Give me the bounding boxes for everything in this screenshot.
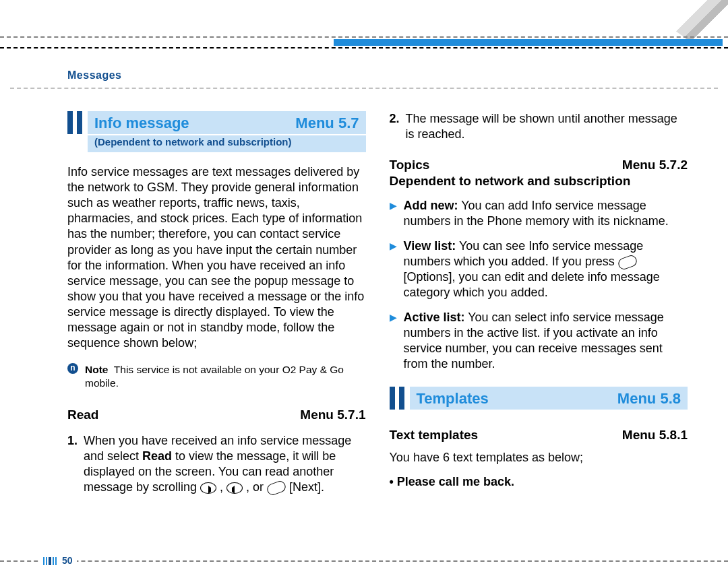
templates-menu: Menu 5.8 [617, 389, 681, 408]
left-column: Info message Menu 5.7 (Dependent to netw… [67, 111, 366, 548]
list-item: ▶ Active list: You can select info servi… [390, 310, 688, 372]
page-number: 50 [62, 555, 73, 567]
page-badge: 50 [39, 555, 77, 567]
list-item: Please call me back. [390, 474, 688, 490]
note-row: n Note This service is not available on … [67, 363, 366, 390]
triangle-icon: ▶ [390, 238, 397, 300]
softkey-icon [617, 253, 638, 271]
read-menu: Menu 5.7.1 [300, 407, 365, 423]
right-column: The message will be shown until another … [390, 111, 688, 548]
topics-subsub: Dependent to network and subscription [390, 173, 688, 189]
templates-head: Templates Menu 5.8 [390, 387, 688, 410]
scroll-right-icon [226, 482, 243, 494]
text-templates-list: Please call me back. [390, 474, 688, 490]
info-message-menu: Menu 5.7 [295, 114, 359, 133]
page-corner-fold [630, 0, 728, 71]
info-message-subtitle: (Dependent to network and subscription) [88, 135, 366, 152]
sub-rule [10, 88, 718, 89]
info-message-head: Info message Menu 5.7 [67, 111, 366, 134]
read-title: Read [67, 407, 98, 423]
scroll-left-icon [200, 482, 216, 494]
read-list: When you have received an info service m… [67, 433, 366, 495]
info-message-body: Info service messages are text messages … [67, 164, 366, 350]
page-barcode-icon [43, 557, 57, 565]
footer-rule [0, 560, 728, 562]
note-body: This service is not available on your O2… [85, 364, 344, 389]
templates-title: Templates [417, 389, 489, 408]
list-item: The message will be shown until another … [390, 111, 688, 142]
info-message-title: Info message [94, 114, 189, 133]
softkey-icon [266, 479, 287, 496]
read-head: Read Menu 5.7.1 [67, 407, 366, 423]
triangle-icon: ▶ [390, 198, 397, 229]
top-rule-gray [0, 36, 728, 38]
text-templates-menu: Menu 5.8.1 [622, 427, 688, 443]
text-templates-intro: You have 6 text templates as below; [390, 450, 688, 465]
topics-menu: Menu 5.7.2 [622, 157, 688, 173]
note-label: Note [85, 364, 108, 375]
note-icon: n [67, 363, 78, 374]
text-templates-title: Text templates [390, 427, 479, 443]
top-rule-black [0, 47, 728, 48]
text-templates-head: Text templates Menu 5.8.1 [390, 427, 688, 443]
triangle-icon: ▶ [390, 310, 397, 372]
note-text: Note This service is not available on yo… [85, 363, 366, 390]
list-item: When you have received an info service m… [67, 433, 366, 495]
header-blue-bar [334, 39, 723, 46]
list-item: ▶ Add new: You can add Info service mess… [390, 198, 688, 229]
topics-list: ▶ Add new: You can add Info service mess… [390, 198, 688, 372]
topics-head: Topics Menu 5.7.2 [390, 157, 688, 173]
list-item: ▶ View list: You can see Info service me… [390, 238, 688, 300]
read-list-cont: The message will be shown until another … [390, 111, 688, 142]
section-label: Messages [67, 69, 122, 82]
page-columns: Info message Menu 5.7 (Dependent to netw… [67, 111, 688, 548]
topics-title: Topics [390, 157, 430, 173]
